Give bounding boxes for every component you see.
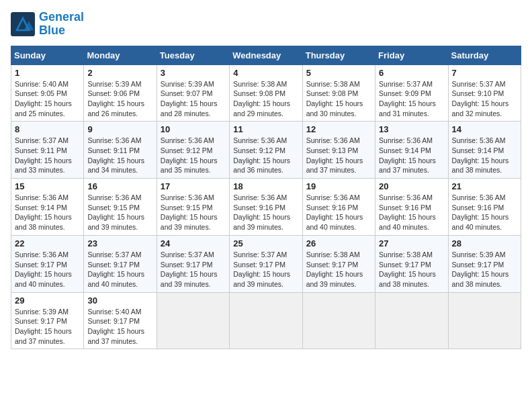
day-cell: 13 Sunrise: 5:36 AM Sunset: 9:14 PM Dayl… [375, 122, 448, 179]
col-header-wednesday: Wednesday [230, 46, 302, 64]
day-info: Sunrise: 5:36 AM Sunset: 9:16 PM Dayligh… [452, 193, 517, 232]
col-header-thursday: Thursday [302, 46, 375, 64]
day-cell [448, 292, 521, 349]
week-row-1: 8 Sunrise: 5:37 AM Sunset: 9:11 PM Dayli… [11, 122, 521, 179]
col-header-friday: Friday [375, 46, 448, 64]
day-info: Sunrise: 5:36 AM Sunset: 9:14 PM Dayligh… [452, 136, 517, 175]
day-cell: 21 Sunrise: 5:36 AM Sunset: 9:16 PM Dayl… [448, 179, 521, 236]
day-number: 25 [233, 238, 298, 248]
day-cell [375, 292, 448, 349]
day-info: Sunrise: 5:36 AM Sunset: 9:16 PM Dayligh… [306, 193, 371, 232]
col-header-sunday: Sunday [11, 46, 84, 64]
day-cell [157, 292, 229, 349]
day-number: 1 [15, 68, 80, 78]
week-row-2: 15 Sunrise: 5:36 AM Sunset: 9:14 PM Dayl… [11, 179, 521, 236]
day-info: Sunrise: 5:37 AM Sunset: 9:17 PM Dayligh… [87, 250, 152, 289]
day-info: Sunrise: 5:39 AM Sunset: 9:17 PM Dayligh… [15, 307, 80, 347]
header: General Blue [11, 11, 521, 38]
day-info: Sunrise: 5:39 AM Sunset: 9:06 PM Dayligh… [87, 79, 152, 119]
day-cell: 7 Sunrise: 5:37 AM Sunset: 9:10 PM Dayli… [448, 64, 521, 122]
day-info: Sunrise: 5:37 AM Sunset: 9:09 PM Dayligh… [379, 79, 444, 119]
day-cell: 4 Sunrise: 5:38 AM Sunset: 9:08 PM Dayli… [230, 64, 302, 122]
day-cell: 23 Sunrise: 5:37 AM Sunset: 9:17 PM Dayl… [84, 235, 157, 292]
day-cell: 1 Sunrise: 5:40 AM Sunset: 9:05 PM Dayli… [11, 64, 84, 122]
day-info: Sunrise: 5:38 AM Sunset: 9:08 PM Dayligh… [233, 79, 298, 119]
day-info: Sunrise: 5:39 AM Sunset: 9:17 PM Dayligh… [452, 250, 517, 289]
col-header-saturday: Saturday [448, 46, 521, 64]
day-info: Sunrise: 5:36 AM Sunset: 9:16 PM Dayligh… [233, 193, 298, 232]
day-info: Sunrise: 5:36 AM Sunset: 9:14 PM Dayligh… [379, 136, 444, 175]
day-cell: 6 Sunrise: 5:37 AM Sunset: 9:09 PM Dayli… [375, 64, 448, 122]
day-number: 15 [15, 181, 80, 191]
day-info: Sunrise: 5:36 AM Sunset: 9:17 PM Dayligh… [15, 250, 80, 289]
day-cell: 29 Sunrise: 5:39 AM Sunset: 9:17 PM Dayl… [11, 292, 84, 349]
day-info: Sunrise: 5:38 AM Sunset: 9:08 PM Dayligh… [306, 79, 371, 119]
logo: General Blue [11, 11, 84, 38]
day-number: 8 [15, 124, 80, 134]
day-number: 7 [452, 68, 517, 78]
day-cell: 30 Sunrise: 5:40 AM Sunset: 9:17 PM Dayl… [84, 292, 157, 349]
calendar-body: 1 Sunrise: 5:40 AM Sunset: 9:05 PM Dayli… [11, 64, 521, 349]
day-number: 5 [306, 68, 371, 78]
day-info: Sunrise: 5:39 AM Sunset: 9:07 PM Dayligh… [161, 79, 226, 119]
day-cell: 17 Sunrise: 5:36 AM Sunset: 9:15 PM Dayl… [157, 179, 229, 236]
day-cell: 3 Sunrise: 5:39 AM Sunset: 9:07 PM Dayli… [157, 64, 229, 122]
day-cell: 15 Sunrise: 5:36 AM Sunset: 9:14 PM Dayl… [11, 179, 84, 236]
day-cell: 28 Sunrise: 5:39 AM Sunset: 9:17 PM Dayl… [448, 235, 521, 292]
day-cell: 27 Sunrise: 5:38 AM Sunset: 9:17 PM Dayl… [375, 235, 448, 292]
day-info: Sunrise: 5:36 AM Sunset: 9:11 PM Dayligh… [87, 136, 152, 175]
day-cell: 19 Sunrise: 5:36 AM Sunset: 9:16 PM Dayl… [302, 179, 375, 236]
day-info: Sunrise: 5:36 AM Sunset: 9:15 PM Dayligh… [87, 193, 152, 232]
week-row-3: 22 Sunrise: 5:36 AM Sunset: 9:17 PM Dayl… [11, 235, 521, 292]
day-number: 2 [87, 68, 152, 78]
day-number: 10 [161, 124, 226, 134]
day-info: Sunrise: 5:36 AM Sunset: 9:12 PM Dayligh… [233, 136, 298, 175]
day-of-week-row: SundayMondayTuesdayWednesdayThursdayFrid… [11, 46, 521, 64]
day-info: Sunrise: 5:36 AM Sunset: 9:12 PM Dayligh… [161, 136, 226, 175]
day-info: Sunrise: 5:37 AM Sunset: 9:17 PM Dayligh… [233, 250, 298, 289]
day-number: 28 [452, 238, 517, 248]
day-cell: 24 Sunrise: 5:37 AM Sunset: 9:17 PM Dayl… [157, 235, 229, 292]
day-info: Sunrise: 5:36 AM Sunset: 9:16 PM Dayligh… [379, 193, 444, 232]
day-cell [302, 292, 375, 349]
day-cell: 2 Sunrise: 5:39 AM Sunset: 9:06 PM Dayli… [84, 64, 157, 122]
day-number: 29 [15, 295, 80, 306]
day-cell: 16 Sunrise: 5:36 AM Sunset: 9:15 PM Dayl… [84, 179, 157, 236]
day-cell: 12 Sunrise: 5:36 AM Sunset: 9:13 PM Dayl… [302, 122, 375, 179]
day-number: 30 [87, 295, 152, 306]
day-number: 4 [233, 68, 298, 78]
day-number: 20 [379, 181, 444, 191]
day-number: 9 [87, 124, 152, 134]
logo-icon [11, 12, 35, 36]
day-cell: 14 Sunrise: 5:36 AM Sunset: 9:14 PM Dayl… [448, 122, 521, 179]
day-cell: 22 Sunrise: 5:36 AM Sunset: 9:17 PM Dayl… [11, 235, 84, 292]
day-number: 18 [233, 181, 298, 191]
day-info: Sunrise: 5:40 AM Sunset: 9:17 PM Dayligh… [87, 307, 152, 347]
day-cell: 5 Sunrise: 5:38 AM Sunset: 9:08 PM Dayli… [302, 64, 375, 122]
day-number: 23 [87, 238, 152, 248]
day-number: 24 [161, 238, 226, 248]
day-number: 13 [379, 124, 444, 134]
week-row-4: 29 Sunrise: 5:39 AM Sunset: 9:17 PM Dayl… [11, 292, 521, 349]
day-number: 6 [379, 68, 444, 78]
day-number: 12 [306, 124, 371, 134]
day-number: 16 [87, 181, 152, 191]
day-number: 17 [161, 181, 226, 191]
day-info: Sunrise: 5:36 AM Sunset: 9:13 PM Dayligh… [306, 136, 371, 175]
logo-text: General Blue [39, 11, 84, 38]
day-info: Sunrise: 5:37 AM Sunset: 9:11 PM Dayligh… [15, 136, 80, 175]
day-number: 22 [15, 238, 80, 248]
day-info: Sunrise: 5:38 AM Sunset: 9:17 PM Dayligh… [306, 250, 371, 289]
day-info: Sunrise: 5:40 AM Sunset: 9:05 PM Dayligh… [15, 79, 80, 119]
day-cell: 9 Sunrise: 5:36 AM Sunset: 9:11 PM Dayli… [84, 122, 157, 179]
day-number: 27 [379, 238, 444, 248]
day-cell: 18 Sunrise: 5:36 AM Sunset: 9:16 PM Dayl… [230, 179, 302, 236]
col-header-tuesday: Tuesday [157, 46, 229, 64]
day-number: 26 [306, 238, 371, 248]
day-number: 11 [233, 124, 298, 134]
day-number: 21 [452, 181, 517, 191]
day-number: 19 [306, 181, 371, 191]
day-cell: 25 Sunrise: 5:37 AM Sunset: 9:17 PM Dayl… [230, 235, 302, 292]
day-cell: 10 Sunrise: 5:36 AM Sunset: 9:12 PM Dayl… [157, 122, 229, 179]
day-cell: 20 Sunrise: 5:36 AM Sunset: 9:16 PM Dayl… [375, 179, 448, 236]
